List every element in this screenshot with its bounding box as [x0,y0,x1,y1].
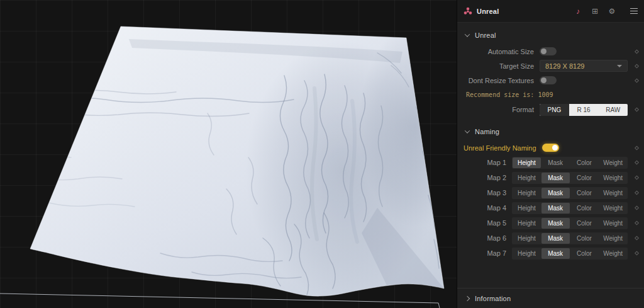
package-icon[interactable]: ⊞ [589,0,601,23]
map-option-color[interactable]: Color [570,248,599,259]
map-label: Map 7 [464,249,506,257]
map-row-3: Map 3 Height Mask Color Weight [457,185,644,200]
map-1-type-segmented: Height Mask Color Weight [512,157,628,169]
map-option-color[interactable]: Color [570,157,599,168]
reset-diamond-icon[interactable] [635,145,639,150]
section-title: Naming [475,128,499,135]
automatic-size-label: Automatic Size [464,48,534,55]
reset-diamond-icon[interactable] [635,251,639,255]
menu-icon[interactable] [630,8,638,14]
unreal-export-panel: Unreal ♪ ⊞ ⚙ Unreal Automatic Size Targe… [457,0,644,308]
map-label: Map 5 [464,219,506,227]
recommend-size-text: Recommend size is: 1009 [457,88,644,101]
friendly-naming-toggle[interactable] [542,144,559,152]
map-row-7: Map 7 Height Mask Color Weight [457,246,644,261]
map-option-weight[interactable]: Weight [599,218,627,229]
map-option-mask[interactable]: Mask [541,248,570,259]
map-option-weight[interactable]: Weight [599,233,627,244]
map-option-height[interactable]: Height [513,188,541,198]
map-row-5: Map 5 Height Mask Color Weight [457,215,644,231]
tools-icon[interactable]: ⚙ [606,0,618,23]
map-7-type-segmented: Height Mask Color Weight [512,248,628,260]
row-target-size: Target Size 8129 X 8129 [457,59,644,73]
map-option-height[interactable]: Height [513,218,541,229]
map-2-type-segmented: Height Mask Color Weight [512,172,628,184]
map-option-height[interactable]: Height [513,248,541,259]
row-unreal-friendly-naming: Unreal Friendly Naming [457,140,644,155]
dont-resize-toggle[interactable] [540,76,557,84]
format-option-raw[interactable]: RAW [598,104,628,116]
panel-body: Unreal Automatic Size Target Size 8129 X… [457,23,644,308]
reset-diamond-icon[interactable] [635,64,639,68]
reset-diamond-icon[interactable] [635,205,639,210]
map-option-color[interactable]: Color [570,233,599,244]
map-option-weight[interactable]: Weight [599,248,627,259]
map-option-mask[interactable]: Mask [541,203,570,214]
reset-diamond-icon[interactable] [635,49,639,54]
format-option-png[interactable]: PNG [540,104,569,116]
map-row-1: Map 1 Height Mask Color Weight [457,155,644,170]
map-6-type-segmented: Height Mask Color Weight [512,232,628,244]
reset-diamond-icon[interactable] [635,190,639,195]
target-size-label: Target Size [464,62,534,70]
section-information-header[interactable]: Information [457,288,644,308]
format-option-r16[interactable]: R 16 [569,104,599,116]
reset-diamond-icon[interactable] [635,220,639,225]
map-option-color[interactable]: Color [570,188,599,198]
chevron-right-icon [465,295,470,300]
map-option-mask[interactable]: Mask [541,173,570,183]
panel-title: Unreal [477,8,499,15]
map-3-type-segmented: Height Mask Color Weight [512,187,628,199]
map-label: Map 4 [464,204,506,212]
reset-diamond-icon[interactable] [635,236,639,240]
map-option-weight[interactable]: Weight [599,157,627,168]
caret-down-icon [617,65,622,67]
section-title: Information [475,295,511,302]
map-option-mask[interactable]: Mask [541,188,570,198]
target-size-dropdown[interactable]: 8129 X 8129 [540,60,628,72]
chevron-down-icon [465,31,470,37]
map-option-weight[interactable]: Weight [599,188,627,198]
map-5-type-segmented: Height Mask Color Weight [512,217,628,229]
automatic-size-toggle[interactable] [540,47,557,55]
map-option-color[interactable]: Color [570,173,599,183]
chevron-down-icon [465,128,470,133]
map-option-color[interactable]: Color [570,218,599,229]
reset-diamond-icon[interactable] [635,78,639,83]
map-option-mask[interactable]: Mask [541,218,570,229]
3d-viewport[interactable] [0,0,457,308]
gaea-flower-icon [464,7,472,16]
dont-resize-label: Dont Resize Textures [464,77,534,84]
section-title: Unreal [475,31,496,39]
friendly-naming-label: Unreal Friendly Naming [464,144,536,152]
map-label: Map 2 [464,174,506,181]
map-option-mask[interactable]: Mask [541,233,570,244]
map-option-color[interactable]: Color [570,203,599,214]
map-label: Map 3 [464,189,506,197]
reset-diamond-icon[interactable] [635,107,639,111]
grid-baseline [0,294,440,308]
map-option-height[interactable]: Height [513,203,541,214]
terrain-render [0,0,457,308]
map-label: Map 1 [464,159,506,166]
map-row-6: Map 6 Height Mask Color Weight [457,231,644,246]
map-option-weight[interactable]: Weight [599,203,627,214]
map-option-height[interactable]: Height [513,157,541,168]
map-option-weight[interactable]: Weight [599,173,627,183]
format-segmented: PNG R 16 RAW [540,104,628,116]
section-unreal-header[interactable]: Unreal [457,26,644,44]
target-size-value: 8129 X 8129 [545,62,584,70]
map-option-height[interactable]: Height [513,173,541,183]
reset-diamond-icon[interactable] [635,175,639,180]
map-row-2: Map 2 Height Mask Color Weight [457,170,644,185]
map-row-4: Map 4 Height Mask Color Weight [457,200,644,215]
section-naming-header[interactable]: Naming [457,123,644,140]
map-option-height[interactable]: Height [513,233,541,244]
app-window: Unreal ♪ ⊞ ⚙ Unreal Automatic Size Targe… [0,0,644,308]
reset-diamond-icon[interactable] [635,160,639,164]
row-format: Format PNG R 16 RAW [457,101,644,118]
map-option-mask[interactable]: Mask [541,157,570,168]
row-automatic-size: Automatic Size [457,44,644,59]
music-note-icon[interactable]: ♪ [572,0,584,23]
format-label: Format [464,106,534,113]
